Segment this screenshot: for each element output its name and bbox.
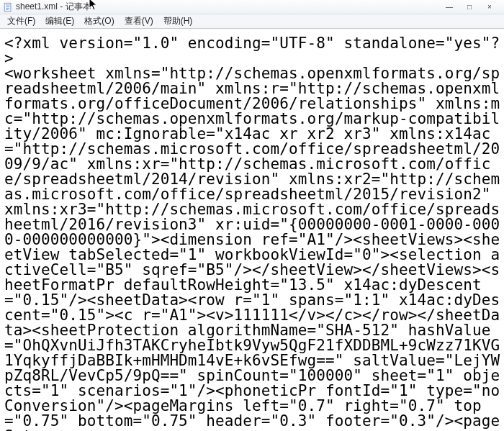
menu-view-label: 查看(V) <box>125 16 153 26</box>
menu-help[interactable]: 帮助(H) <box>159 14 197 29</box>
text-file-icon <box>3 2 13 12</box>
maximize-button[interactable]: □ <box>459 1 480 13</box>
svg-rect-0 <box>4 3 11 11</box>
menu-file-label: 文件(F) <box>7 16 35 26</box>
menu-edit[interactable]: 编辑(E) <box>41 14 78 29</box>
menu-view[interactable]: 查看(V) <box>120 14 158 29</box>
editor-area[interactable]: <?xml version="1.0" encoding="UTF-8" sta… <box>0 29 504 431</box>
document-text[interactable]: <?xml version="1.0" encoding="UTF-8" sta… <box>4 36 501 431</box>
menu-file[interactable]: 文件(F) <box>3 14 40 29</box>
maximize-icon: □ <box>467 3 472 11</box>
menubar: 文件(F) 编辑(E) 格式(O) 查看(V) 帮助(H) <box>0 14 504 29</box>
close-button[interactable]: × <box>480 1 500 13</box>
menu-format[interactable]: 格式(O) <box>80 14 118 29</box>
menu-edit-label: 编辑(E) <box>45 16 74 26</box>
minimize-icon: — <box>446 3 453 11</box>
minimize-button[interactable]: — <box>439 1 459 13</box>
titlebar[interactable]: sheet1.xml - 记事本 — □ × <box>0 0 504 14</box>
window-title: sheet1.xml - 记事本 <box>16 1 91 13</box>
menu-format-label: 格式(O) <box>84 16 114 26</box>
close-icon: × <box>487 3 492 11</box>
window-buttons: — □ × <box>439 1 500 13</box>
menu-help-label: 帮助(H) <box>163 16 193 26</box>
